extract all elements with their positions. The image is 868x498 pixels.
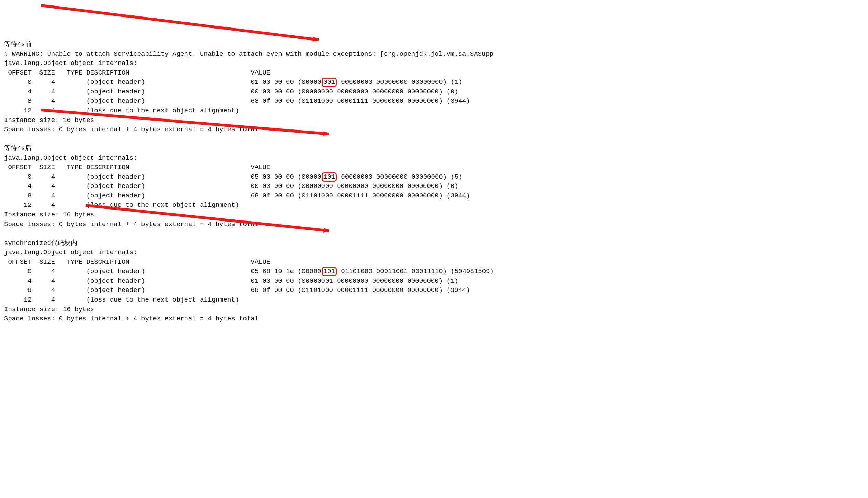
col-desc: (object header): [86, 78, 251, 86]
col-offset: 0: [4, 268, 32, 275]
col-size: 4: [32, 192, 55, 200]
space-losses: Space losses: 0 bytes internal + 4 bytes…: [4, 220, 259, 228]
instance-size: Instance size: 16 bytes: [4, 306, 94, 313]
data-row: 8 4 (object header) 68 0f 00 00 (0110100…: [4, 97, 864, 106]
col-bin-pre: (01101000 00001111 00000000 00000000) (3…: [298, 192, 470, 200]
columns-header: OFFSET SIZE TYPE DESCRIPTION VALUE: [4, 258, 270, 266]
space-losses-line: Space losses: 0 bytes internal + 4 bytes…: [4, 314, 864, 324]
data-row: 0 4 (object header) 05 00 00 00 (0000010…: [4, 172, 864, 182]
space-losses-line: Space losses: 0 bytes internal + 4 bytes…: [4, 220, 864, 229]
col-bin-pre: (00000: [298, 78, 321, 86]
internals-header: java.lang.Object object internals:: [4, 59, 137, 67]
data-row: 4 4 (object header) 00 00 00 00 (0000000…: [4, 87, 864, 97]
data-row: 12 4 (loss due to the next object alignm…: [4, 201, 864, 210]
col-desc: (object header): [86, 173, 251, 181]
col-bin-pre: (01101000 00001111 00000000 00000000) (3…: [298, 97, 470, 105]
col-size: 4: [32, 88, 55, 95]
col-size: 4: [32, 97, 55, 105]
col-type: [55, 88, 82, 95]
internals-header-line: java.lang.Object object internals:: [4, 154, 864, 163]
section-label: 等待4s前: [4, 41, 32, 48]
section-label: synchronized代码块内: [4, 239, 77, 247]
col-size: 4: [32, 268, 55, 275]
col-bin-post: 01101000 00011001 00011110) (504981509): [337, 268, 494, 275]
col-type: [55, 286, 82, 294]
internals-header-line: java.lang.Object object internals:: [4, 248, 864, 258]
col-offset: 4: [4, 88, 32, 95]
col-size: 4: [32, 173, 55, 181]
col-desc: (object header): [86, 88, 251, 95]
col-hex: 00 00 00 00: [251, 182, 298, 190]
columns-header: OFFSET SIZE TYPE DESCRIPTION VALUE: [4, 69, 270, 77]
col-type: [55, 173, 82, 181]
output-container: 等待4s前# WARNING: Unable to attach Service…: [4, 40, 864, 324]
section-label-line: 等待4s前: [4, 40, 864, 49]
data-row: 12 4 (loss due to the next object alignm…: [4, 295, 864, 305]
col-offset: 0: [4, 173, 32, 181]
data-row: 8 4 (object header) 68 0f 00 00 (0110100…: [4, 286, 864, 295]
col-desc: (object header): [86, 277, 251, 285]
warning-text: # WARNING: Unable to attach Serviceabili…: [4, 50, 493, 58]
col-desc: (object header): [86, 97, 251, 105]
col-desc: (loss due to the next object alignment): [86, 201, 239, 209]
data-row: 12 4 (loss due to the next object alignm…: [4, 106, 864, 116]
bits-highlight: 101: [322, 267, 337, 276]
space-losses-line: Space losses: 0 bytes internal + 4 bytes…: [4, 125, 864, 135]
section-label: 等待4s后: [4, 145, 32, 152]
section-label-line: synchronized代码块内: [4, 239, 864, 248]
columns-header-line: OFFSET SIZE TYPE DESCRIPTION VALUE: [4, 68, 864, 78]
col-offset: 12: [4, 296, 32, 304]
col-bin-pre: (01101000 00001111 00000000 00000000) (3…: [298, 286, 470, 294]
col-bin-pre: (00000: [298, 268, 321, 275]
columns-header: OFFSET SIZE TYPE DESCRIPTION VALUE: [4, 163, 270, 171]
col-offset: 4: [4, 182, 32, 190]
data-row: 0 4 (object header) 01 00 00 00 (0000000…: [4, 78, 864, 87]
col-offset: 8: [4, 97, 32, 105]
col-bin-pre: (00000000 00000000 00000000 00000000) (0…: [298, 88, 458, 95]
col-type: [55, 268, 82, 275]
col-size: 4: [32, 107, 55, 114]
col-hex: 68 0f 00 00: [251, 286, 298, 294]
col-hex: 01 00 00 00: [251, 78, 298, 86]
col-desc: (object header): [86, 192, 251, 200]
col-offset: 12: [4, 107, 32, 114]
col-type: [55, 296, 82, 304]
col-type: [55, 78, 82, 86]
col-size: 4: [32, 296, 55, 304]
col-type: [55, 182, 82, 190]
col-offset: 0: [4, 78, 32, 86]
col-desc: (object header): [86, 286, 251, 294]
col-type: [55, 192, 82, 200]
col-hex: 05 00 00 00: [251, 173, 298, 181]
col-type: [55, 107, 82, 114]
data-row: 4 4 (object header) 01 00 00 00 (0000000…: [4, 276, 864, 286]
col-bin-pre: (00000000 00000000 00000000 00000000) (0…: [298, 182, 458, 190]
col-type: [55, 277, 82, 285]
col-offset: 8: [4, 286, 32, 294]
warning-line: # WARNING: Unable to attach Serviceabili…: [4, 49, 864, 59]
col-hex: 68 0f 00 00: [251, 97, 298, 105]
col-desc: (loss due to the next object alignment): [86, 296, 239, 304]
instance-size: Instance size: 16 bytes: [4, 116, 94, 124]
col-size: 4: [32, 277, 55, 285]
col-bin-post: 00000000 00000000 00000000) (5): [337, 173, 462, 181]
data-row: 8 4 (object header) 68 0f 00 00 (0110100…: [4, 191, 864, 201]
col-bin-pre: (00000001 00000000 00000000 00000000) (1…: [298, 277, 458, 285]
col-offset: 4: [4, 277, 32, 285]
annotation-arrow: [41, 5, 319, 40]
col-type: [55, 201, 82, 209]
col-hex: 01 00 00 00: [251, 277, 298, 285]
space-losses: Space losses: 0 bytes internal + 4 bytes…: [4, 126, 259, 133]
internals-header: java.lang.Object object internals:: [4, 249, 137, 256]
data-row: 0 4 (object header) 05 68 19 1e (0000010…: [4, 267, 864, 276]
col-size: 4: [32, 286, 55, 294]
bits-highlight: 001: [322, 78, 337, 87]
col-desc: (object header): [86, 268, 251, 275]
col-size: 4: [32, 182, 55, 190]
col-size: 4: [32, 78, 55, 86]
section-label-line: 等待4s后: [4, 144, 864, 154]
col-desc: (loss due to the next object alignment): [86, 107, 239, 114]
instance-size-line: Instance size: 16 bytes: [4, 210, 864, 220]
col-hex: 68 0f 00 00: [251, 192, 298, 200]
space-losses: Space losses: 0 bytes internal + 4 bytes…: [4, 315, 259, 322]
